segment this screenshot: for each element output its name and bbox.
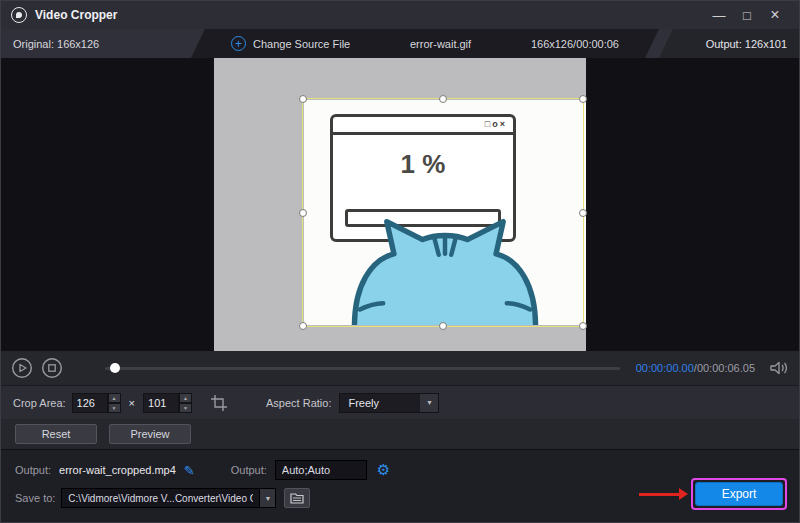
height-spinner-down-icon[interactable]: ▼ [179,403,192,413]
crop-height-input[interactable] [143,393,179,413]
volume-button[interactable] [769,360,789,376]
seek-slider-handle[interactable] [110,363,120,373]
crop-area-label: Crop Area: [13,397,66,409]
speaker-icon [769,360,789,376]
crop-handle-bottom-left[interactable] [299,322,307,330]
export-button[interactable]: Export [695,482,783,506]
save-to-label: Save to: [15,492,55,504]
aspect-ratio-label: Aspect Ratio: [266,397,331,409]
playback-bar: 00:00:00.00/00:00:06.05 [1,351,799,385]
minimize-button[interactable]: — [705,4,733,26]
stop-button[interactable] [41,357,63,379]
play-icon [11,357,33,379]
crop-handle-mid-right[interactable] [579,209,587,217]
width-spinner-up-icon[interactable]: ▲ [108,393,121,403]
play-button[interactable] [11,357,33,379]
time-display: 00:00:00.00/00:00:06.05 [636,362,755,374]
action-buttons-row: Reset Preview [1,419,799,449]
crop-handle-mid-left[interactable] [299,209,307,217]
crop-settings-row: Crop Area: ▲ ▼ × ▲ ▼ Aspect Ratio: Freel… [1,385,799,419]
plus-circle-icon: + [231,36,246,51]
output-name-label: Output: [15,464,51,476]
aspect-ratio-value: Freely [340,397,420,409]
crop-width-stepper: ▲ ▼ [72,393,121,413]
output-format-field[interactable] [275,460,367,480]
title-bar: Video Cropper — □ × [1,1,799,29]
output-settings-gear-icon[interactable]: ⚙ [377,461,390,479]
crop-handle-top-right[interactable] [579,95,587,103]
crop-handle-bottom-right[interactable] [579,322,587,330]
video-frame: □o× 1 % [214,58,586,351]
crop-frame-icon [210,394,228,412]
annotation-arrow [639,493,679,496]
source-file-info: 166x126/00:00:06 [531,38,619,50]
aspect-ratio-dropdown[interactable]: Freely ▼ [339,393,439,413]
times-symbol: × [129,397,135,409]
info-bar: Original: 166x126 + Change Source File e… [1,29,799,58]
maximize-button[interactable]: □ [733,4,761,26]
current-time: 00:00:00.00 [636,362,694,374]
crop-height-stepper: ▲ ▼ [143,393,192,413]
width-spinner-down-icon[interactable]: ▼ [108,403,121,413]
crop-handle-top-center[interactable] [439,95,447,103]
total-time: /00:00:06.05 [694,362,755,374]
folder-icon [290,492,304,504]
height-spinner-up-icon[interactable]: ▲ [179,393,192,403]
output-file-name: error-wait_cropped.mp4 [59,464,176,476]
window-title: Video Cropper [35,8,117,22]
output-size-label: Output: 126x101 [706,38,787,50]
browse-folder-button[interactable] [284,488,310,508]
export-area: Export [639,478,787,510]
dropdown-arrow-icon[interactable]: ▼ [420,394,438,412]
crop-frame-button[interactable] [210,394,228,412]
source-file-name: error-wait.gif [410,38,471,50]
stop-icon [41,357,63,379]
video-cropper-window: Video Cropper — □ × Original: 166x126 + … [0,0,800,523]
change-source-label: Change Source File [253,38,350,50]
close-button[interactable]: × [761,4,789,26]
save-path-dropdown: ▼ [61,488,276,508]
crop-selection-box[interactable] [302,98,584,327]
output-format-label: Output: [231,464,267,476]
preview-button[interactable]: Preview [109,424,191,444]
app-logo-icon [11,7,27,23]
save-path-input[interactable] [61,488,259,508]
original-size-label: Original: 166x126 [13,38,99,50]
save-path-arrow-icon[interactable]: ▼ [259,488,276,508]
seek-slider[interactable] [105,367,620,370]
reset-button[interactable]: Reset [15,424,97,444]
footer: Output: error-wait_cropped.mp4 ✎ Output:… [1,449,799,522]
edit-name-icon[interactable]: ✎ [184,463,195,478]
crop-width-input[interactable] [72,393,108,413]
change-source-file-button[interactable]: + Change Source File [231,36,350,51]
preview-area: □o× 1 % [1,58,799,351]
crop-handle-bottom-center[interactable] [439,322,447,330]
crop-handle-top-left[interactable] [299,95,307,103]
export-highlight: Export [691,478,787,510]
